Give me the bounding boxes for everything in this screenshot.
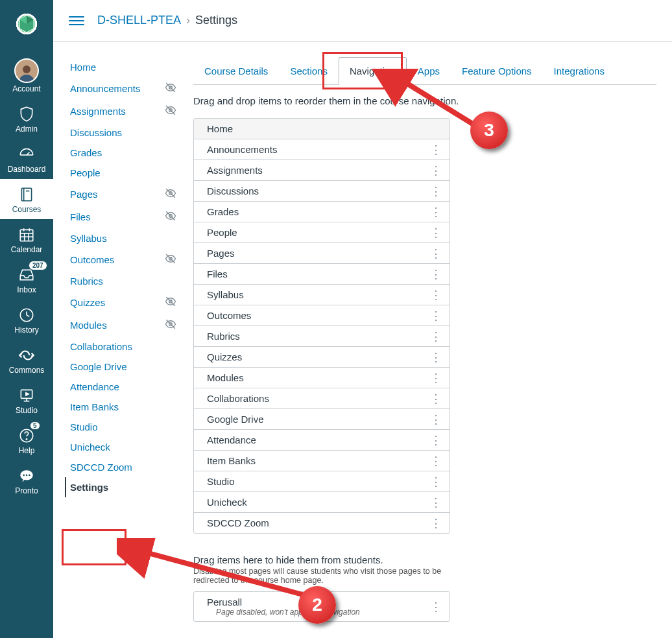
nav-list-item-disabled[interactable]: PerusallPage disabled, won't appear in n… <box>194 592 450 621</box>
nav-list-item-label: Pages <box>207 248 235 259</box>
course-nav-item-rubrics[interactable]: Rubrics <box>65 271 182 291</box>
nav-list-item[interactable]: Syllabus⋮ <box>194 285 450 305</box>
kebab-menu-icon[interactable]: ⋮ <box>429 353 443 362</box>
course-nav-item-label: Studio <box>70 421 98 432</box>
nav-list-item[interactable]: People⋮ <box>194 222 450 243</box>
course-nav-item-grades[interactable]: Grades <box>65 143 182 163</box>
nav-list-item[interactable]: Collaborations⋮ <box>194 388 450 409</box>
nav-commons[interactable]: Commons <box>0 340 53 380</box>
course-nav-item-label: Announcements <box>70 83 140 94</box>
kebab-menu-icon[interactable]: ⋮ <box>429 228 443 237</box>
hamburger-menu[interactable] <box>69 13 84 29</box>
tab-navigation[interactable]: Navigation <box>339 57 407 85</box>
nav-list-item[interactable]: Modules⋮ <box>194 368 450 388</box>
kebab-menu-icon[interactable]: ⋮ <box>429 477 443 486</box>
nav-studio-label: Studio <box>0 406 53 415</box>
course-nav-item-pages[interactable]: Pages <box>65 183 182 206</box>
kebab-menu-icon[interactable]: ⋮ <box>429 290 443 300</box>
tab-integrations[interactable]: Integrations <box>543 57 616 85</box>
nav-list-item[interactable]: Unicheck⋮ <box>194 492 450 513</box>
nav-list-item[interactable]: Pages⋮ <box>194 243 450 264</box>
nav-list-item[interactable]: Item Banks⋮ <box>194 451 450 471</box>
nav-list-item[interactable]: Quizzes⋮ <box>194 347 450 368</box>
nav-list-item-label: Grades <box>207 206 239 217</box>
kebab-menu-icon[interactable]: ⋮ <box>429 311 443 320</box>
nav-list-item-label: Item Banks <box>207 455 256 466</box>
nav-dashboard[interactable]: Dashboard <box>0 139 53 179</box>
nav-courses[interactable]: Courses <box>0 179 53 219</box>
kebab-menu-icon[interactable]: ⋮ <box>429 145 443 154</box>
course-nav-item-modules[interactable]: Modules <box>65 314 182 337</box>
kebab-menu-icon[interactable]: ⋮ <box>429 187 443 196</box>
kebab-menu-icon[interactable]: ⋮ <box>429 415 443 424</box>
nav-account[interactable]: Account <box>0 52 53 99</box>
nav-list-item[interactable]: Attendance⋮ <box>194 430 450 451</box>
course-nav-item-settings[interactable]: Settings <box>65 477 182 497</box>
tab-sections[interactable]: Sections <box>279 57 339 85</box>
course-nav-item-label: Outcomes <box>70 254 114 265</box>
tab-feature-options[interactable]: Feature Options <box>451 57 543 85</box>
nav-list-item[interactable]: Grades⋮ <box>194 202 450 222</box>
course-nav-item-label: Grades <box>70 147 102 158</box>
course-nav-item-item-banks[interactable]: Item Banks <box>65 397 182 417</box>
nav-list-item[interactable]: Studio⋮ <box>194 471 450 492</box>
course-nav-item-sdccd-zoom[interactable]: SDCCD Zoom <box>65 457 182 477</box>
nav-list-item-label: SDCCD Zoom <box>207 517 269 528</box>
nav-list-item[interactable]: Files⋮ <box>194 264 450 285</box>
course-nav-item-attendance[interactable]: Attendance <box>65 377 182 397</box>
kebab-menu-icon[interactable]: ⋮ <box>429 498 443 507</box>
kebab-menu-icon[interactable]: ⋮ <box>429 456 443 466</box>
tab-apps[interactable]: Apps <box>407 57 451 85</box>
course-nav-item-outcomes[interactable]: Outcomes <box>65 248 182 271</box>
course-nav-item-quizzes[interactable]: Quizzes <box>65 291 182 314</box>
institution-logo[interactable] <box>8 5 45 43</box>
nav-admin[interactable]: Admin <box>0 99 53 139</box>
course-nav-item-studio[interactable]: Studio <box>65 417 182 437</box>
nav-list-item[interactable]: Outcomes⋮ <box>194 305 450 326</box>
kebab-menu-icon[interactable]: ⋮ <box>429 373 443 383</box>
course-nav-item-files[interactable]: Files <box>65 206 182 228</box>
course-nav-item-assignments[interactable]: Assignments <box>65 100 182 123</box>
course-nav-item-collaborations[interactable]: Collaborations <box>65 337 182 357</box>
kebab-menu-icon[interactable]: ⋮ <box>429 270 443 279</box>
nav-calendar[interactable]: Calendar <box>0 219 53 259</box>
course-nav-item-label: Quizzes <box>70 297 105 308</box>
tab-course-details[interactable]: Course Details <box>193 57 279 85</box>
help-icon <box>0 427 53 445</box>
nav-list-item[interactable]: Discussions⋮ <box>194 181 450 202</box>
studio-icon <box>0 386 53 405</box>
book-icon <box>0 185 53 204</box>
nav-pronto[interactable]: Pronto <box>0 460 53 501</box>
svg-rect-6 <box>21 188 31 201</box>
kebab-menu-icon[interactable]: ⋮ <box>429 249 443 258</box>
kebab-menu-icon[interactable]: ⋮ <box>429 207 443 217</box>
course-nav-item-announcements[interactable]: Announcements <box>65 77 182 100</box>
nav-list-item[interactable]: Assignments⋮ <box>194 160 450 181</box>
nav-list-item-label: Announcements <box>207 144 277 155</box>
breadcrumb-course-link[interactable]: D-SHELL-PTEA <box>97 14 181 27</box>
nav-list-item[interactable]: Rubrics⋮ <box>194 326 450 347</box>
nav-list-item-label: Collaborations <box>207 393 269 404</box>
nav-list-item[interactable]: Announcements⋮ <box>194 139 450 160</box>
nav-list-item[interactable]: SDCCD Zoom⋮ <box>194 513 450 533</box>
kebab-menu-icon[interactable]: ⋮ <box>429 332 443 341</box>
nav-list-item[interactable]: Google Drive⋮ <box>194 409 450 430</box>
nav-history[interactable]: History <box>0 300 53 340</box>
kebab-menu-icon[interactable]: ⋮ <box>429 519 443 528</box>
course-nav-item-home[interactable]: Home <box>65 57 182 77</box>
nav-inbox[interactable]: 207 Inbox <box>0 259 53 300</box>
course-nav-item-people[interactable]: People <box>65 163 182 183</box>
course-nav-item-label: Assignments <box>70 106 126 117</box>
course-nav-item-syllabus[interactable]: Syllabus <box>65 228 182 248</box>
course-nav-item-discussions[interactable]: Discussions <box>65 123 182 143</box>
kebab-menu-icon[interactable]: ⋮ <box>429 394 443 403</box>
nav-list-item[interactable]: Home <box>194 119 450 139</box>
kebab-menu-icon[interactable]: ⋮ <box>429 166 443 175</box>
kebab-menu-icon[interactable]: ⋮ <box>429 602 443 611</box>
course-nav-item-unicheck[interactable]: Unicheck <box>65 437 182 457</box>
nav-help[interactable]: 5 Help <box>0 420 53 460</box>
nav-studio[interactable]: Studio <box>0 380 53 420</box>
kebab-menu-icon[interactable]: ⋮ <box>429 436 443 445</box>
clock-icon <box>0 306 53 324</box>
course-nav-item-google-drive[interactable]: Google Drive <box>65 357 182 377</box>
